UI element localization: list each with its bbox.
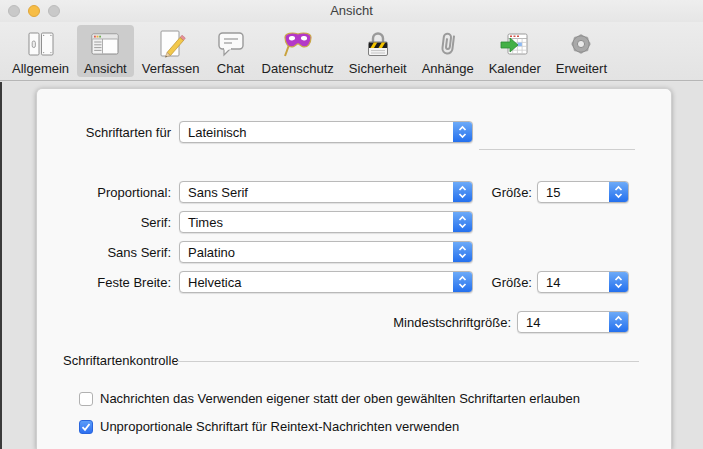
mask-icon [282, 28, 314, 60]
lock-icon [362, 28, 394, 60]
fixed-width-popup[interactable]: Helvetica [179, 271, 473, 293]
proportional-size-popup[interactable]: 15 [537, 181, 629, 203]
toolbar-item-erweitert[interactable]: Erweitert [549, 25, 614, 77]
proportional-size-label: Größe: [477, 185, 532, 200]
proportional-popup[interactable]: Sans Serif [179, 181, 473, 203]
divider-line [479, 149, 635, 150]
panels-icon [25, 28, 57, 60]
fixed-width-label: Feste Breite: [37, 275, 171, 290]
pencil-icon [155, 28, 187, 60]
toolbar-label: Verfassen [142, 61, 200, 76]
fixed-width-size-popup[interactable]: 14 [537, 271, 629, 293]
section-divider-line [177, 361, 639, 362]
fonts-for-label: Schriftarten für [37, 125, 171, 140]
proportional-label: Proportional: [37, 185, 171, 200]
popup-value: Palatino [180, 242, 453, 262]
toolbar-item-chat[interactable]: Chat [208, 25, 254, 77]
allow-custom-fonts-checkbox[interactable] [79, 392, 93, 406]
window-title: Ansicht [0, 3, 703, 18]
popup-value: Sans Serif [180, 182, 453, 202]
toolbar-label: Erweitert [556, 61, 607, 76]
popup-value: Lateinisch [180, 122, 453, 142]
min-font-size-popup[interactable]: 14 [517, 311, 629, 333]
min-font-size-label: Mindestschriftgröße: [327, 315, 511, 330]
popup-value: Times [180, 212, 453, 232]
chat-bubble-icon [215, 28, 247, 60]
stepper-icon [609, 312, 628, 332]
toolbar-label: Sicherheit [349, 61, 407, 76]
serif-popup[interactable]: Times [179, 211, 473, 233]
checkmark-icon [81, 422, 91, 432]
checkbox-label: Unproportionale Schriftart für Reintext-… [100, 419, 459, 434]
popup-value: Helvetica [180, 272, 453, 292]
monospace-plaintext-row: Unproportionale Schriftart für Reintext-… [79, 419, 459, 434]
stepper-icon [453, 242, 472, 262]
serif-label: Serif: [37, 215, 171, 230]
toolbar-item-datenschutz[interactable]: Datenschutz [255, 25, 341, 77]
fonts-for-popup[interactable]: Lateinisch [179, 121, 473, 143]
window-left-edge [0, 82, 2, 449]
title-bar: Ansicht [0, 0, 703, 22]
stepper-icon [453, 272, 472, 292]
paperclip-icon [432, 28, 464, 60]
monospace-plaintext-checkbox[interactable] [79, 420, 93, 434]
allow-custom-fonts-row: Nachrichten das Verwenden eigener statt … [79, 391, 580, 406]
checkbox-label: Nachrichten das Verwenden eigener statt … [100, 391, 580, 406]
toolbar-label: Kalender [489, 61, 541, 76]
toolbar-label: Allgemein [12, 61, 69, 76]
toolbar-item-allgemein[interactable]: Allgemein [5, 25, 76, 77]
toolbar-label: Ansicht [84, 61, 127, 76]
toolbar-label: Anhänge [422, 61, 474, 76]
font-control-section-title: Schriftartenkontrolle [63, 353, 179, 368]
toolbar-item-ansicht[interactable]: Ansicht [77, 25, 134, 77]
popup-value: 15 [538, 182, 609, 202]
fixed-width-size-label: Größe: [477, 275, 532, 290]
stepper-icon [453, 212, 472, 232]
popup-value: 14 [518, 312, 609, 332]
window-icon [89, 28, 121, 60]
toolbar-item-sicherheit[interactable]: Sicherheit [342, 25, 414, 77]
toolbar-item-anhaenge[interactable]: Anhänge [415, 25, 481, 77]
sans-serif-label: Sans Serif: [37, 245, 171, 260]
toolbar-item-verfassen[interactable]: Verfassen [135, 25, 207, 77]
toolbar-label: Chat [217, 61, 244, 76]
stepper-icon [609, 182, 628, 202]
popup-value: 14 [538, 272, 609, 292]
preferences-toolbar: Allgemein Ansicht Verfassen [0, 22, 703, 81]
toolbar-item-kalender[interactable]: Kalender [482, 25, 548, 77]
stepper-icon [453, 182, 472, 202]
fonts-sheet: Schriftarten für Lateinisch Proportional… [36, 88, 672, 449]
calendar-icon [499, 28, 531, 60]
sans-serif-popup[interactable]: Palatino [179, 241, 473, 263]
gear-icon [565, 28, 597, 60]
stepper-icon [453, 122, 472, 142]
stepper-icon [609, 272, 628, 292]
toolbar-label: Datenschutz [262, 61, 334, 76]
